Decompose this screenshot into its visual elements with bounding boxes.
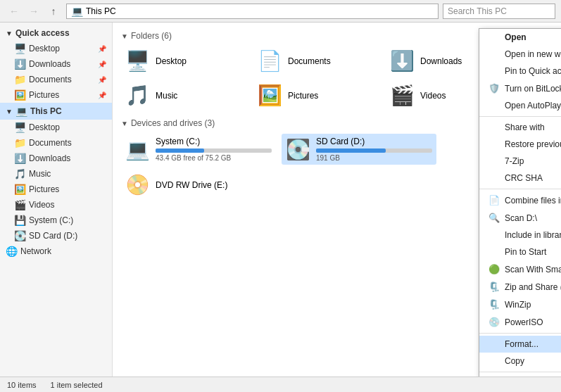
ctx-format-label: Format...	[505, 339, 538, 349]
folders-header-label: Folders (6)	[131, 31, 172, 41]
ctx-crc-sha-label: CRC SHA	[505, 173, 543, 183]
sidebar-item-desktop-pc[interactable]: 🖥️ Desktop	[0, 120, 112, 135]
ctx-open-new-window[interactable]: Open in new window	[479, 46, 561, 63]
folder-name: Videos	[420, 91, 446, 101]
sidebar-item-desktop-qa[interactable]: 🖥️ Desktop 📌	[0, 41, 112, 56]
titlebar: ← → ↑ 💻 This PC Search This PC	[0, 0, 561, 23]
pictures-icon: 🖼️	[14, 89, 25, 101]
forward-button[interactable]: →	[25, 3, 42, 20]
folder-name: Pictures	[288, 91, 318, 101]
ctx-winzip-express-icon: 🗜️	[488, 282, 500, 292]
up-button[interactable]: ↑	[45, 3, 62, 20]
sidebar-label: Downloads	[29, 59, 70, 69]
context-menu: Open Open in new window Pin to Quick acc…	[479, 28, 561, 377]
ctx-winzip[interactable]: 🗜️ WinZip ►	[479, 296, 561, 313]
content-area: ▼ Folders (6) 🖥️ Desktop 📄 Documents ⬇️ …	[113, 23, 561, 377]
ctx-pin-start[interactable]: Pin to Start	[479, 244, 561, 260]
network-icon: 🌐	[6, 246, 17, 257]
sidebar-label: Documents	[29, 138, 72, 148]
drive-systemc-info: System (C:) 43.4 GB free of 75.2 GB	[156, 137, 272, 162]
drive-sdd-name: SD Card (D:)	[316, 137, 432, 146]
ctx-poweriso[interactable]: 💿 PowerISO ►	[479, 313, 561, 331]
sidebar-item-downloads-qa[interactable]: ⬇️ Downloads 📌	[0, 56, 112, 72]
sidebar-item-documents-qa[interactable]: 📁 Documents 📌	[0, 72, 112, 87]
folder-name: Music	[156, 91, 177, 101]
ctx-open-label: Open	[505, 32, 527, 42]
sidebar-label: Desktop	[29, 122, 60, 132]
sidebar-item-documents-pc[interactable]: 📁 Documents	[0, 135, 112, 151]
ctx-open-new-window-label: Open in new window	[505, 49, 561, 59]
address-bar[interactable]: 💻 This PC	[66, 4, 439, 19]
ctx-create-shortcut[interactable]: Create shortcut	[479, 374, 561, 377]
drive-systemc[interactable]: 💻 System (C:) 43.4 GB free of 75.2 GB	[121, 134, 276, 165]
ctx-format[interactable]: Format...	[479, 336, 561, 353]
this-pc-header[interactable]: ▼ 💻 This PC	[0, 103, 112, 120]
sidebar-item-downloads-pc[interactable]: ⬇️ Downloads	[0, 151, 112, 166]
sidebar-item-systemc-pc[interactable]: 💾 System (C:)	[0, 213, 112, 228]
downloads-pc-icon: ⬇️	[14, 153, 25, 164]
search-bar[interactable]: Search This PC	[443, 4, 555, 19]
network-label: Network	[20, 246, 51, 256]
downloads-icon: ⬇️	[14, 58, 25, 70]
folder-name: Documents	[288, 56, 331, 66]
sidebar-item-pictures-qa[interactable]: 🖼️ Pictures 📌	[0, 87, 112, 103]
quick-access-header[interactable]: ▼ Quick access	[0, 25, 112, 41]
back-button[interactable]: ←	[6, 3, 23, 20]
ctx-sep2	[479, 189, 561, 189]
ctx-restore-label: Restore previous versions	[505, 139, 561, 149]
ctx-winzip-express[interactable]: 🗜️ Zip and Share (WinZip Express)	[479, 278, 561, 296]
videos-pc-icon: 🎬	[14, 199, 25, 210]
folder-name: Downloads	[420, 56, 462, 66]
statusbar-selected: 1 item selected	[51, 381, 103, 389]
drive-dvd[interactable]: 📀 DVD RW Drive (E:)	[121, 170, 276, 199]
ctx-combine-acrobat[interactable]: 📄 Combine files in Acrobat...	[479, 191, 561, 209]
folder-pictures[interactable]: 🖼️ Pictures	[253, 81, 380, 110]
ctx-7zip[interactable]: 7-Zip ►	[479, 153, 561, 170]
ctx-pin-quick-label: Pin to Quick access	[505, 66, 561, 76]
pin-icon: 📌	[98, 61, 106, 68]
ctx-include-library[interactable]: Include in library ►	[479, 227, 561, 244]
drive-systemc-icon: 💻	[125, 138, 150, 161]
sidebar-item-music-pc[interactable]: 🎵 Music	[0, 166, 112, 182]
ctx-copy[interactable]: Copy	[479, 353, 561, 369]
folder-desktop[interactable]: 🖥️ Desktop	[121, 46, 248, 75]
sidebar-item-videos-pc[interactable]: 🎬 Videos	[0, 197, 112, 213]
ctx-share-with[interactable]: Share with ►	[479, 119, 561, 136]
folder-music[interactable]: 🎵 Music	[121, 81, 248, 110]
pictures-pc-icon: 🖼️	[14, 184, 25, 195]
ctx-scan-smadav-icon: 🟢	[488, 264, 500, 274]
folder-documents[interactable]: 📄 Documents	[253, 46, 380, 75]
ctx-copy-label: Copy	[505, 356, 524, 366]
ctx-restore[interactable]: Restore previous versions	[479, 136, 561, 153]
drive-sdd-info: SD Card (D:) 191 GB	[316, 137, 432, 162]
sidebar-label: System (C:)	[29, 215, 73, 225]
ctx-crc-sha[interactable]: CRC SHA ►	[479, 170, 561, 186]
main-area: ▼ Quick access 🖥️ Desktop 📌 ⬇️ Downloads…	[0, 23, 561, 377]
folder-downloads-icon: ⬇️	[390, 49, 415, 72]
statusbar: 10 items 1 item selected	[0, 377, 561, 392]
ctx-bitlocker-icon: 🛡️	[488, 83, 500, 94]
ctx-scan-d[interactable]: 🔍 Scan D:\	[479, 209, 561, 227]
pin-icon: 📌	[98, 45, 106, 53]
drives-arrow: ▼	[121, 120, 128, 127]
sidebar-item-sdd-pc[interactable]: 💽 SD Card (D:)	[0, 228, 112, 244]
sidebar-label: Pictures	[29, 90, 59, 100]
ctx-pin-quick[interactable]: Pin to Quick access	[479, 63, 561, 80]
sidebar-label: Downloads	[29, 153, 70, 163]
ctx-share-with-label: Share with	[505, 122, 545, 132]
drives-header-label: Devices and drives (3)	[131, 118, 215, 128]
ctx-bitlocker[interactable]: 🛡️ Turn on BitLocker	[479, 80, 561, 97]
systemc-icon: 💾	[14, 215, 25, 226]
address-bar-text: This PC	[86, 6, 116, 16]
drive-sdd[interactable]: 💽 SD Card (D:) 191 GB	[282, 134, 436, 165]
ctx-scan-d-label: Scan D:\	[505, 213, 537, 223]
sidebar-item-pictures-pc[interactable]: 🖼️ Pictures	[0, 182, 112, 197]
ctx-winzip-icon: 🗜️	[488, 299, 500, 310]
sidebar-item-network[interactable]: 🌐 Network	[0, 244, 112, 259]
pin-icon: 📌	[98, 91, 106, 99]
documents-pc-icon: 📁	[14, 137, 25, 148]
ctx-scan-smadav-label: Scan With Smadav	[505, 265, 561, 274]
ctx-open[interactable]: Open	[479, 29, 561, 46]
ctx-scan-smadav[interactable]: 🟢 Scan With Smadav	[479, 260, 561, 278]
ctx-autoplay[interactable]: Open AutoPlay...	[479, 97, 561, 114]
